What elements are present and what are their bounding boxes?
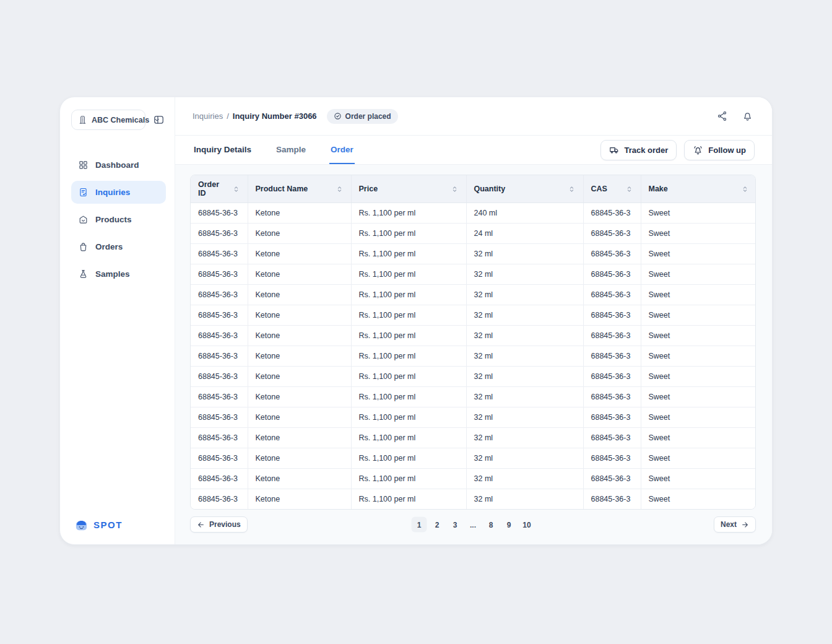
table-cell: Sweet [641,244,756,264]
table-cell: 68845-36-3 [191,469,248,489]
pagination-pages: 123...8910 [412,517,535,533]
breadcrumb-current: Inquiry Number #3066 [233,111,317,121]
table-cell: Ketone [248,203,351,224]
table-cell: 68845-36-3 [191,489,248,510]
table-cell: 68845-36-3 [583,367,641,387]
table-cell: 32 ml [466,285,583,305]
table-cell: Rs. 1,100 per ml [351,285,466,305]
status-badge-label: Order placed [345,112,391,121]
table-cell: Rs. 1,100 per ml [351,224,466,244]
column-header[interactable]: Price [351,175,466,203]
app-window: ABC Chemicals Dashboard [59,97,773,545]
page-button[interactable]: 2 [430,517,445,533]
table-cell: 68845-36-3 [583,448,641,469]
table-cell: Ketone [248,387,351,407]
column-header-label: Price [359,185,378,193]
share-button[interactable] [715,109,729,123]
table-cell: Rs. 1,100 per ml [351,244,466,264]
table-row: 68845-36-3KetoneRs. 1,100 per ml24 ml688… [191,224,756,244]
sidebar-item-inquiries[interactable]: Inquiries [71,181,166,204]
breadcrumb-parent[interactable]: Inquiries [193,111,223,121]
table-cell: 32 ml [466,428,583,448]
table-cell: 24 ml [466,224,583,244]
table-cell: Rs. 1,100 per ml [351,346,466,367]
sidebar-item-label: Orders [95,242,123,251]
column-header[interactable]: Quantity [466,175,583,203]
arrow-right-icon [741,521,749,529]
track-order-button[interactable]: Track order [600,140,677,160]
table-cell: Ketone [248,428,351,448]
page-button[interactable]: 9 [501,517,517,533]
table-cell: 68845-36-3 [583,326,641,346]
sort-icon [451,185,459,193]
track-order-label: Track order [625,146,669,155]
table-cell: 32 ml [466,448,583,469]
table-row: 68845-36-3KetoneRs. 1,100 per ml32 ml688… [191,387,756,407]
table-cell: 32 ml [466,244,583,264]
column-header-label: CAS [591,185,607,193]
tab-inquiry-details[interactable]: Inquiry Details [193,136,253,164]
column-header[interactable]: Make [641,175,756,203]
column-header[interactable]: Product Name [248,175,351,203]
table-cell: Sweet [641,407,756,428]
page-button[interactable]: 1 [412,517,427,533]
table-cell: Ketone [248,346,351,367]
table-cell: 68845-36-3 [583,469,641,489]
org-selector[interactable]: ABC Chemicals [71,110,145,130]
table-row: 68845-36-3KetoneRs. 1,100 per ml32 ml688… [191,346,756,367]
table-row: 68845-36-3KetoneRs. 1,100 per ml32 ml688… [191,469,756,489]
table-cell: 68845-36-3 [583,264,641,285]
table-row: 68845-36-3KetoneRs. 1,100 per ml32 ml688… [191,428,756,448]
table-cell: Ketone [248,407,351,428]
table-cell: Sweet [641,264,756,285]
box-icon [78,214,89,225]
grid-icon [78,160,89,170]
column-header-label: Order ID [198,180,227,198]
org-name: ABC Chemicals [92,116,149,124]
table-cell: 32 ml [466,346,583,367]
sidebar-item-dashboard[interactable]: Dashboard [71,154,166,176]
follow-up-button[interactable]: Follow up [684,140,755,160]
table-cell: 68845-36-3 [583,346,641,367]
app-logo: SPOT [71,519,166,531]
table-cell: 68845-36-3 [583,387,641,407]
table-cell: Ketone [248,469,351,489]
sidebar-item-samples[interactable]: Samples [71,263,166,285]
table-cell: Ketone [248,305,351,326]
table-cell: 68845-36-3 [191,346,248,367]
table-cell: Sweet [641,428,756,448]
table-row: 68845-36-3KetoneRs. 1,100 per ml32 ml688… [191,407,756,428]
column-header-label: Make [649,185,668,193]
table-row: 68845-36-3KetoneRs. 1,100 per ml32 ml688… [191,367,756,387]
table-cell: 68845-36-3 [191,428,248,448]
table-cell: 68845-36-3 [191,305,248,326]
previous-page-button[interactable]: Previous [190,516,248,533]
table-cell: Ketone [248,489,351,510]
page-button[interactable]: 10 [519,517,535,533]
tab-order[interactable]: Order [329,136,355,164]
next-label: Next [721,520,737,529]
sidebar: ABC Chemicals Dashboard [60,97,175,544]
tab-sample[interactable]: Sample [275,136,307,164]
table-cell: Sweet [641,469,756,489]
page-button[interactable]: 3 [448,517,463,533]
column-header[interactable]: CAS [583,175,641,203]
next-page-button[interactable]: Next [714,516,756,533]
table-row: 68845-36-3KetoneRs. 1,100 per ml32 ml688… [191,305,756,326]
sidebar-item-products[interactable]: Products [71,208,166,231]
bag-icon [78,242,89,252]
sidebar-item-orders[interactable]: Orders [71,235,166,258]
table-cell: 68845-36-3 [191,326,248,346]
table-cell: 68845-36-3 [191,285,248,305]
share-icon [716,110,728,122]
column-header-label: Product Name [256,185,308,193]
table-cell: Sweet [641,448,756,469]
sidebar-collapse-button[interactable] [152,113,166,127]
table-cell: Sweet [641,489,756,510]
sort-icon [741,185,749,193]
column-header[interactable]: Order ID [191,175,248,203]
table-row: 68845-36-3KetoneRs. 1,100 per ml32 ml688… [191,326,756,346]
notifications-button[interactable] [740,109,755,123]
sort-icon [336,185,344,193]
page-button[interactable]: 8 [483,517,499,533]
